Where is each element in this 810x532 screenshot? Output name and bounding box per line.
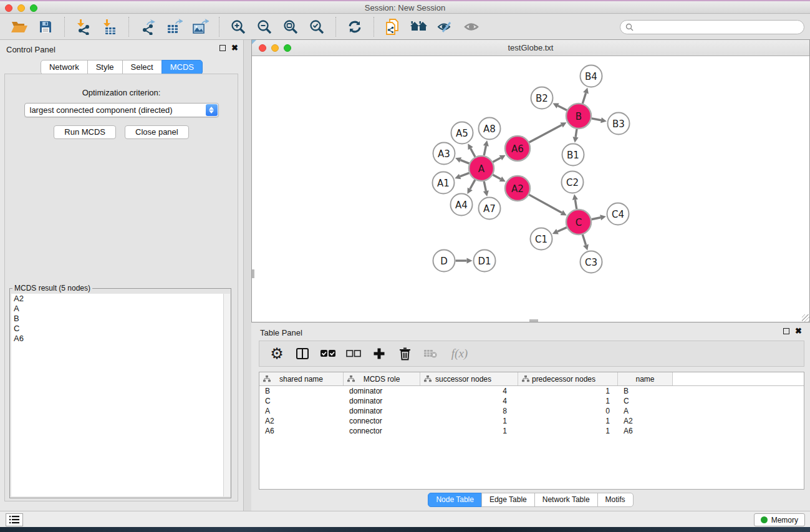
function-builder-icon[interactable]: f(x) bbox=[448, 346, 471, 361]
edge-B-B1[interactable] bbox=[576, 129, 577, 137]
table-cell: 4 bbox=[420, 386, 518, 396]
delete-table-icon[interactable] bbox=[423, 346, 438, 361]
network-canvas[interactable]: B4B2BB3A8A5A6A3B1AA1C2A2A4A7C4CC1C3DD1 bbox=[252, 56, 809, 322]
edge-B-B4[interactable] bbox=[582, 93, 586, 104]
mcds-result-item[interactable]: A2 bbox=[11, 294, 223, 304]
edge-A-A1[interactable] bbox=[460, 173, 470, 177]
edge-A-A7[interactable] bbox=[484, 181, 486, 191]
select-all-icon[interactable] bbox=[321, 346, 335, 361]
run-mcds-button[interactable]: Run MCDS bbox=[54, 125, 116, 139]
float-panel-icon[interactable] bbox=[219, 45, 226, 51]
column-header-name[interactable]: name bbox=[618, 372, 673, 385]
mcds-result-item[interactable]: B bbox=[11, 314, 223, 324]
edge-A2-C[interactable] bbox=[529, 195, 561, 213]
table-cell: dominator bbox=[344, 386, 420, 396]
tab-motifs[interactable]: Motifs bbox=[597, 493, 634, 507]
graph-node-label: C1 bbox=[535, 234, 547, 245]
close-panel-icon[interactable]: ✖ bbox=[231, 45, 238, 51]
export-table-icon[interactable] bbox=[163, 16, 185, 37]
mcds-list-scrollbar[interactable] bbox=[223, 294, 230, 496]
graph-node-label: A1 bbox=[437, 178, 450, 189]
edge-A6-B[interactable] bbox=[529, 125, 562, 143]
edge-A-A5[interactable] bbox=[471, 148, 475, 157]
zoom-fit-icon[interactable] bbox=[279, 16, 302, 37]
tab-select[interactable]: Select bbox=[122, 60, 162, 75]
export-image-icon[interactable] bbox=[189, 16, 211, 37]
table-row[interactable]: Adominator80A bbox=[259, 406, 804, 416]
duplicate-network-icon[interactable] bbox=[382, 16, 404, 37]
tab-edge-table[interactable]: Edge Table bbox=[481, 493, 535, 507]
table-row[interactable]: Bdominator41B bbox=[259, 386, 804, 396]
tab-network[interactable]: Network bbox=[41, 60, 88, 75]
search-field[interactable] bbox=[620, 20, 804, 34]
tab-style[interactable]: Style bbox=[87, 60, 123, 75]
column-header-MCDS-role[interactable]: MCDS role bbox=[344, 372, 420, 385]
table-panel-title: Table Panel bbox=[260, 328, 302, 337]
resize-grip-icon[interactable] bbox=[802, 314, 809, 322]
zoom-in-icon[interactable] bbox=[227, 16, 249, 37]
graph-node-label: A8 bbox=[483, 123, 496, 135]
edge-A-A2[interactable] bbox=[493, 175, 500, 179]
table-row[interactable]: A2connector11A2 bbox=[259, 416, 804, 426]
edge-B-B2[interactable] bbox=[558, 106, 567, 110]
table-cell: A2 bbox=[259, 416, 344, 426]
zoom-selected-icon[interactable] bbox=[306, 16, 328, 37]
close-panel-button[interactable]: Close panel bbox=[125, 125, 189, 139]
open-session-icon[interactable] bbox=[8, 16, 31, 37]
table-float-panel-icon[interactable] bbox=[783, 328, 789, 334]
mcds-result-item[interactable]: A6 bbox=[11, 334, 223, 344]
tab-mcds[interactable]: MCDS bbox=[162, 60, 203, 75]
edge-C-C2[interactable] bbox=[575, 200, 576, 209]
add-column-icon[interactable] bbox=[372, 346, 387, 361]
criterion-dropdown[interactable]: largest connected component (directed) bbox=[24, 103, 219, 117]
window-corner-mark bbox=[252, 40, 256, 44]
delete-column-icon[interactable] bbox=[397, 346, 412, 361]
control-panel: Control Panel ✖ NetworkStyleSelectMCDS O… bbox=[0, 40, 244, 511]
arrowhead-icon bbox=[573, 137, 579, 143]
tab-node-table[interactable]: Node Table bbox=[428, 493, 482, 507]
zoom-out-icon[interactable] bbox=[253, 16, 276, 37]
edge-C-C1[interactable] bbox=[557, 228, 567, 232]
home-layout-icon[interactable] bbox=[408, 16, 430, 37]
import-network-icon[interactable] bbox=[72, 16, 95, 37]
graph-node-label: B3 bbox=[612, 118, 625, 130]
graph-node-label: A3 bbox=[438, 148, 450, 160]
column-header-shared-name[interactable]: shared name bbox=[259, 372, 344, 385]
edge-C-C4[interactable] bbox=[592, 218, 601, 220]
hide-selected-icon[interactable] bbox=[434, 16, 456, 37]
network-window-titlebar: testGlobe.txt bbox=[252, 40, 809, 56]
canvas-scroll-nub-left[interactable] bbox=[252, 269, 254, 278]
edge-A-A4[interactable] bbox=[470, 180, 475, 189]
show-all-icon[interactable] bbox=[460, 16, 483, 37]
tab-network-table[interactable]: Network Table bbox=[534, 493, 598, 507]
mcds-result-item[interactable]: A bbox=[11, 304, 223, 314]
table-settings-icon[interactable]: ⚙ bbox=[269, 346, 284, 361]
mcds-result-list[interactable]: A2ABCA6 bbox=[11, 294, 223, 496]
edge-B-B3[interactable] bbox=[592, 118, 601, 120]
canvas-scroll-nub-bottom[interactable] bbox=[529, 319, 538, 322]
edge-A-A8[interactable] bbox=[484, 146, 486, 155]
table-cell: 4 bbox=[420, 396, 518, 406]
table-row[interactable]: A6connector11A6 bbox=[259, 426, 804, 436]
export-network-icon[interactable] bbox=[137, 16, 159, 37]
node-table[interactable]: shared nameMCDS rolesuccessor nodesprede… bbox=[259, 372, 804, 490]
memory-button[interactable]: Memory bbox=[754, 513, 805, 526]
search-input[interactable] bbox=[637, 23, 804, 32]
table-close-panel-icon[interactable]: ✖ bbox=[795, 328, 802, 334]
mcds-result-title: MCDS result (5 nodes) bbox=[12, 284, 92, 293]
control-panel-tabs: NetworkStyleSelectMCDS bbox=[0, 60, 243, 75]
table-row[interactable]: Cdominator41C bbox=[259, 396, 804, 406]
task-history-button[interactable] bbox=[6, 513, 23, 526]
refresh-icon[interactable] bbox=[344, 16, 366, 37]
table-cell: C bbox=[618, 396, 673, 406]
deselect-all-icon[interactable] bbox=[346, 346, 361, 361]
save-session-icon[interactable] bbox=[34, 16, 57, 37]
column-visibility-icon[interactable] bbox=[295, 346, 310, 361]
column-header-successor-nodes[interactable]: successor nodes bbox=[420, 372, 518, 385]
mcds-result-item[interactable]: C bbox=[11, 324, 223, 334]
edge-C-C3[interactable] bbox=[582, 235, 586, 245]
edge-A-A3[interactable] bbox=[460, 160, 469, 164]
column-header-predecessor-nodes[interactable]: predecessor nodes bbox=[518, 372, 618, 385]
edge-A-A6[interactable] bbox=[493, 158, 500, 162]
import-table-icon[interactable] bbox=[99, 16, 121, 37]
